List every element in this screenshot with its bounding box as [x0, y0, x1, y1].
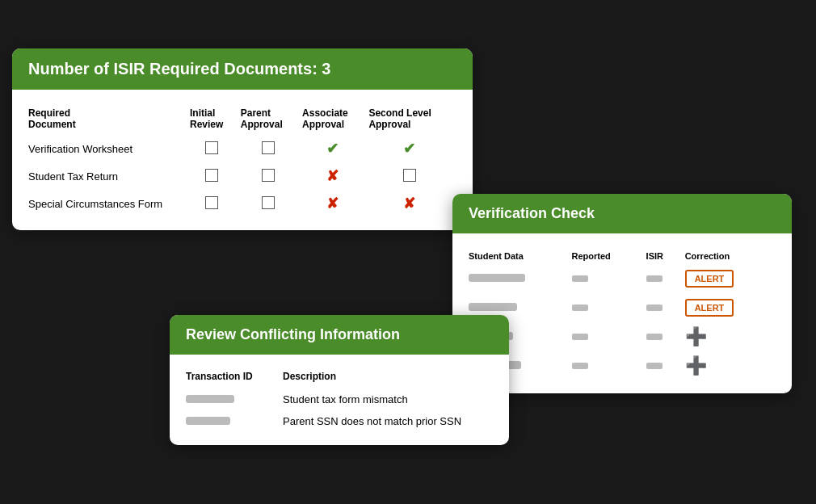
- correction-cell: ➕: [685, 322, 776, 351]
- isir-card-body: RequiredDocument InitialReview ParentApp…: [12, 90, 473, 230]
- parent-approval-cell: [241, 135, 302, 162]
- isir-cell: [646, 322, 685, 351]
- review-card-title: Review Conflicting Information: [186, 326, 493, 343]
- cross-icon: ✘: [326, 168, 339, 184]
- review-col-desc: Description: [283, 368, 493, 388]
- doc-label: Special Circumstances Form: [28, 190, 190, 217]
- plus-icon[interactable]: ➕: [685, 326, 707, 346]
- gray-bar: [469, 274, 525, 282]
- correction-cell: ➕: [685, 351, 776, 380]
- reported-cell: [572, 264, 646, 293]
- dash-icon: [646, 363, 662, 369]
- transaction-id-cell: [186, 410, 283, 432]
- verify-col-student: Student Data: [469, 246, 572, 264]
- verify-col-correction: Correction: [685, 246, 776, 264]
- transaction-id-cell: [186, 388, 283, 410]
- table-row: ➕: [469, 322, 776, 351]
- description-cell: Student tax form mismatch: [283, 388, 493, 410]
- parent-approval-cell: [241, 190, 302, 217]
- checkbox-icon: [262, 141, 275, 154]
- reported-cell: [572, 351, 646, 380]
- review-card-body: Transaction ID Description Student tax f…: [170, 355, 509, 445]
- isir-col-document: RequiredDocument: [28, 103, 190, 135]
- alert-button[interactable]: ALERT: [685, 270, 734, 288]
- dash-icon: [572, 334, 588, 340]
- table-row: ALERT: [469, 264, 776, 293]
- gray-bar: [186, 417, 230, 425]
- dash-icon: [572, 304, 588, 311]
- isir-cell: [646, 351, 685, 380]
- review-col-id: Transaction ID: [186, 368, 283, 388]
- verify-table: Student Data Reported ISIR Correction: [469, 246, 776, 380]
- dash-icon: [646, 304, 662, 311]
- cross-icon: ✘: [403, 195, 415, 212]
- initial-review-cell: [190, 162, 241, 190]
- review-conflicting-card: Review Conflicting Information Transacti…: [170, 315, 509, 445]
- second-level-cell: ✘: [368, 190, 456, 217]
- reported-cell: [572, 293, 646, 322]
- gray-bar: [469, 303, 517, 311]
- initial-review-cell: [190, 190, 241, 217]
- dash-icon: [646, 275, 662, 282]
- isir-card-title: Number of ISIR Required Documents: 3: [28, 60, 456, 78]
- table-row: ➕: [469, 351, 776, 380]
- correction-cell: ALERT: [685, 293, 776, 322]
- checkbox-icon: [205, 196, 218, 209]
- student-data-cell: [469, 264, 572, 293]
- isir-cell: [646, 264, 685, 293]
- dash-icon: [572, 363, 588, 369]
- verify-col-isir: ISIR: [646, 246, 685, 264]
- isir-col-second: Second LevelApproval: [368, 103, 456, 135]
- verify-card-header: Verification Check: [452, 194, 792, 233]
- dash-icon: [572, 275, 588, 282]
- table-row: Student Tax Return ✘: [28, 162, 456, 190]
- checkbox-icon: [205, 169, 218, 182]
- isir-col-associate: AssociateApproval: [302, 103, 368, 135]
- cross-icon: ✘: [326, 195, 339, 212]
- correction-cell: ALERT: [685, 264, 776, 293]
- isir-card-header: Number of ISIR Required Documents: 3: [12, 48, 473, 90]
- check-icon: ✔: [403, 141, 415, 157]
- reported-cell: [572, 322, 646, 351]
- verify-card-title: Verification Check: [469, 205, 776, 222]
- table-row: Verification Worksheet ✔ ✔: [28, 135, 456, 162]
- table-row: Parent SSN does not match prior SSN: [186, 410, 493, 432]
- alert-button[interactable]: ALERT: [685, 299, 734, 317]
- isir-cell: [646, 293, 685, 322]
- isir-card: Number of ISIR Required Documents: 3 Req…: [12, 48, 473, 230]
- checkbox-icon: [262, 196, 275, 209]
- doc-label: Student Tax Return: [28, 162, 190, 190]
- doc-label: Verification Worksheet: [28, 135, 190, 162]
- isir-table: RequiredDocument InitialReview ParentApp…: [28, 103, 456, 217]
- associate-approval-cell: ✔: [302, 135, 368, 162]
- description-cell: Parent SSN does not match prior SSN: [283, 410, 493, 432]
- verify-col-reported: Reported: [572, 246, 646, 264]
- checkbox-icon: [262, 169, 275, 182]
- dash-icon: [646, 334, 662, 340]
- checkbox-icon: [205, 141, 218, 154]
- second-level-cell: [368, 162, 456, 190]
- table-row: Student tax form mismatch: [186, 388, 493, 410]
- plus-icon[interactable]: ➕: [685, 355, 707, 376]
- second-level-cell: ✔: [368, 135, 456, 162]
- parent-approval-cell: [241, 162, 302, 190]
- review-table: Transaction ID Description Student tax f…: [186, 368, 493, 432]
- checkbox-icon: [403, 169, 416, 182]
- check-icon: ✔: [326, 141, 339, 157]
- initial-review-cell: [190, 135, 241, 162]
- isir-col-parent: ParentApproval: [241, 103, 302, 135]
- table-row: ALERT: [469, 293, 776, 322]
- associate-approval-cell: ✘: [302, 162, 368, 190]
- review-card-header: Review Conflicting Information: [170, 315, 509, 355]
- isir-col-initial: InitialReview: [190, 103, 241, 135]
- associate-approval-cell: ✘: [302, 190, 368, 217]
- table-row: Special Circumstances Form ✘ ✘: [28, 190, 456, 217]
- gray-bar: [186, 395, 234, 403]
